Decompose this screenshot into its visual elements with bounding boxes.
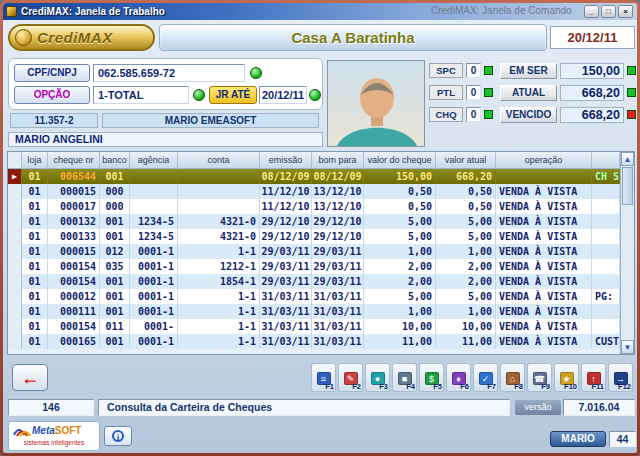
- spc-value: 0: [466, 63, 481, 78]
- cell-operacao: VENDA À VISTA: [496, 334, 592, 349]
- table-row[interactable]: 010001540010001-11854-129/03/1129/03/112…: [8, 274, 620, 289]
- cell-agencia: 0001-1: [130, 334, 178, 349]
- column-header-loja: loja: [22, 152, 48, 169]
- cell-operacao: VENDA À VISTA: [496, 319, 592, 334]
- cell-operacao: VENDA À VISTA: [496, 184, 592, 199]
- table-row[interactable]: 010001330011234-54321-029/12/1029/12/105…: [8, 229, 620, 244]
- logged-user: MARIO: [550, 431, 606, 447]
- cell-operacao: VENDA À VISTA: [496, 304, 592, 319]
- cell-conta: 1-1: [178, 244, 260, 259]
- opcao-input[interactable]: 1-TOTAL: [93, 86, 189, 104]
- function-button-f8[interactable]: ⌂F8: [500, 363, 525, 392]
- cell-conta: 1-1: [178, 304, 260, 319]
- row-marker: [8, 259, 22, 274]
- cell-agencia: 0001-1: [130, 244, 178, 259]
- table-row[interactable]: 010001110010001-11-131/03/1131/03/111,00…: [8, 304, 620, 319]
- table-row[interactable]: 0100001500011/12/1013/12/100,500,50VENDA…: [8, 184, 620, 199]
- vencido-value: 668,20: [560, 107, 624, 123]
- function-button-f7[interactable]: ✓F7: [473, 363, 498, 392]
- cell-bom-para: 08/12/09: [312, 169, 364, 184]
- cell-loja: 01: [22, 244, 48, 259]
- function-button-f6[interactable]: ♦F6: [446, 363, 471, 392]
- cell-valor-atual: 5,00: [436, 289, 496, 304]
- cell-valor-atual: 2,00: [436, 259, 496, 274]
- cell-operacao: VENDA À VISTA: [496, 259, 592, 274]
- function-button-f5[interactable]: $F5: [419, 363, 444, 392]
- row-marker: [8, 334, 22, 349]
- cell-cheque-nr: 000015: [48, 184, 100, 199]
- function-key-label: F1: [325, 382, 334, 391]
- function-button-f12[interactable]: →F12: [608, 363, 633, 392]
- cell-agencia: [130, 199, 178, 214]
- cell-valor-atual: 10,00: [436, 319, 496, 334]
- info-button[interactable]: i: [104, 426, 132, 446]
- client-photo: [327, 60, 425, 147]
- cell-conta: 1212-1: [178, 259, 260, 274]
- cell-operacao: VENDA À VISTA: [496, 229, 592, 244]
- portrait-illustration: [328, 61, 425, 147]
- cell-banco: 011: [100, 319, 130, 334]
- cell-loja: 01: [22, 274, 48, 289]
- minimize-button[interactable]: _: [584, 5, 599, 18]
- cell-valor-cheque: 5,00: [364, 289, 436, 304]
- opcao-label: OPÇÃO: [14, 86, 90, 104]
- scrollbar-thumb[interactable]: [622, 167, 633, 205]
- status-message: Consulta da Carteira de Cheques: [98, 399, 510, 416]
- cell-operacao: VENDA À VISTA: [496, 244, 592, 259]
- close-button[interactable]: ×: [618, 5, 633, 18]
- spc-status-icon: [484, 66, 493, 75]
- function-button-f11[interactable]: ↑F11: [581, 363, 606, 392]
- function-button-f4[interactable]: ■F4: [392, 363, 417, 392]
- cpf-cnpj-input[interactable]: 062.585.659-72: [93, 64, 245, 82]
- cell-valor-cheque: 2,00: [364, 274, 436, 289]
- cell-valor-atual: 1,00: [436, 304, 496, 319]
- table-row[interactable]: 010001540350001-11212-129/03/1129/03/112…: [8, 259, 620, 274]
- em-ser-label: EM SER: [500, 63, 557, 79]
- cell-loja: 01: [22, 214, 48, 229]
- back-button[interactable]: ←: [12, 364, 48, 391]
- cell-bom-para: 13/12/10: [312, 199, 364, 214]
- column-header-valor-cheque: valor do cheque: [364, 152, 436, 169]
- cell-valor-cheque: 5,00: [364, 229, 436, 244]
- cell-operacao: VENDA À VISTA: [496, 289, 592, 304]
- column-header-banco: banco: [100, 152, 130, 169]
- maximize-button[interactable]: □: [601, 5, 616, 18]
- cell-agencia: [130, 169, 178, 184]
- function-button-f2[interactable]: ✎F2: [338, 363, 363, 392]
- background-window-title: CrediMAX: Janela de Comando: [431, 5, 572, 16]
- function-key-label: F9: [541, 382, 550, 391]
- function-button-f9[interactable]: ☎F9: [527, 363, 552, 392]
- client-code: 11.357-2: [10, 113, 98, 128]
- table-row[interactable]: 010001540110001-1-131/03/1131/03/1110,00…: [8, 319, 620, 334]
- cell-banco: 001: [100, 289, 130, 304]
- jr-ate-input[interactable]: 20/12/11: [259, 86, 307, 104]
- cell-flag: [592, 304, 620, 319]
- function-button-f10[interactable]: ★F10: [554, 363, 579, 392]
- cell-conta: 1-1: [178, 289, 260, 304]
- vertical-scrollbar[interactable]: ▲ ▼: [620, 152, 634, 354]
- column-header-conta: conta: [178, 152, 260, 169]
- table-row[interactable]: ▶0100654400108/12/0908/12/09150,00668,20…: [8, 169, 620, 184]
- cell-flag: [592, 274, 620, 289]
- function-button-f1[interactable]: ≡F1: [311, 363, 336, 392]
- table-row[interactable]: 010001320011234-54321-029/12/1029/12/105…: [8, 214, 620, 229]
- scroll-down-icon[interactable]: ▼: [621, 340, 634, 354]
- function-key-label: F3: [379, 382, 388, 391]
- function-key-toolbar: ≡F1✎F2●F3■F4$F5♦F6✓F7⌂F8☎F9★F10↑F11→F12: [311, 363, 633, 392]
- table-row[interactable]: 0100001700011/12/1013/12/100,500,50VENDA…: [8, 199, 620, 214]
- table-row[interactable]: 010000120010001-11-131/03/1131/03/115,00…: [8, 289, 620, 304]
- row-marker: [8, 274, 22, 289]
- logo-emblem-icon: [15, 29, 32, 46]
- column-header-operacao: operação: [496, 152, 592, 169]
- atual-status-icon: [627, 88, 636, 97]
- table-row[interactable]: 010000150120001-11-129/03/1129/03/111,00…: [8, 244, 620, 259]
- scroll-up-icon[interactable]: ▲: [621, 152, 634, 166]
- cell-emissao: 29/03/11: [260, 244, 312, 259]
- cell-conta: [178, 184, 260, 199]
- app-icon: [6, 6, 17, 17]
- cell-operacao: VENDA À VISTA: [496, 199, 592, 214]
- cell-conta: [178, 199, 260, 214]
- application-window: CrediMAX: Janela de Trabalho CrediMAX: J…: [0, 0, 640, 456]
- function-button-f3[interactable]: ●F3: [365, 363, 390, 392]
- table-row[interactable]: 010001650010001-11-131/03/1131/03/1111,0…: [8, 334, 620, 349]
